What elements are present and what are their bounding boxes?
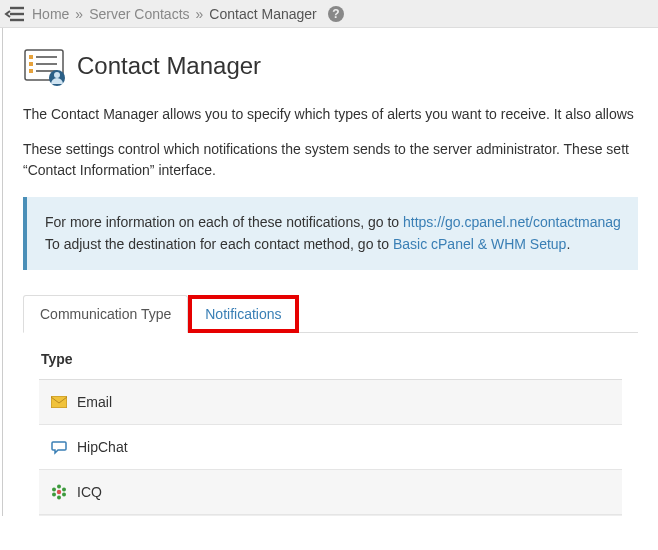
- breadcrumb-server-contacts[interactable]: Server Contacts: [89, 6, 189, 22]
- tab-communication-type[interactable]: Communication Type: [23, 295, 188, 333]
- tab-bar: Communication Type Notifications: [23, 294, 638, 333]
- help-icon[interactable]: ?: [327, 5, 345, 23]
- svg-rect-7: [29, 62, 33, 66]
- top-bar: Home » Server Contacts » Contact Manager…: [0, 0, 658, 28]
- info-box: For more information on each of these no…: [23, 197, 638, 270]
- info-text: .: [566, 236, 570, 252]
- breadcrumb-sep: »: [75, 6, 83, 22]
- contact-manager-icon: [23, 46, 67, 86]
- svg-text:?: ?: [332, 7, 339, 21]
- info-link-docs[interactable]: https://go.cpanel.net/contactmanag: [403, 214, 620, 230]
- breadcrumb-current: Contact Manager: [209, 6, 316, 22]
- table-row: ICQ: [39, 470, 622, 515]
- table-row: HipChat: [39, 425, 622, 470]
- svg-rect-14: [51, 396, 67, 408]
- intro-paragraph-2: These settings control which notificatio…: [23, 139, 638, 181]
- breadcrumb: Home » Server Contacts » Contact Manager…: [32, 5, 345, 23]
- row-label: ICQ: [77, 484, 102, 500]
- svg-point-20: [52, 492, 56, 496]
- svg-point-16: [57, 484, 61, 488]
- column-header-type: Type: [39, 351, 622, 380]
- svg-point-19: [57, 495, 61, 499]
- intro-paragraph-1: The Contact Manager allows you to specif…: [23, 104, 638, 125]
- info-text: For more information on each of these no…: [45, 214, 403, 230]
- info-link-basic-setup[interactable]: Basic cPanel & WHM Setup: [393, 236, 567, 252]
- tab-notifications[interactable]: Notifications: [188, 295, 298, 333]
- hipchat-icon: [51, 439, 67, 455]
- icq-icon: [51, 484, 67, 500]
- row-label: Email: [77, 394, 112, 410]
- breadcrumb-sep: »: [196, 6, 204, 22]
- svg-point-13: [54, 72, 60, 78]
- table-footer-sep: [39, 515, 622, 516]
- breadcrumb-home[interactable]: Home: [32, 6, 69, 22]
- svg-point-17: [62, 487, 66, 491]
- svg-rect-6: [29, 55, 33, 59]
- menu-icon[interactable]: [4, 5, 26, 23]
- intro-text: The Contact Manager allows you to specif…: [23, 104, 638, 181]
- page-title: Contact Manager: [77, 52, 261, 80]
- main-content: Contact Manager The Contact Manager allo…: [2, 28, 658, 516]
- svg-rect-8: [29, 69, 33, 73]
- table-row: Email: [39, 380, 622, 425]
- svg-point-21: [52, 487, 56, 491]
- email-icon: [51, 394, 67, 410]
- communication-type-table: Type Email HipChat: [23, 351, 638, 516]
- svg-point-18: [62, 492, 66, 496]
- info-text: To adjust the destination for each conta…: [45, 236, 393, 252]
- row-label: HipChat: [77, 439, 128, 455]
- page-header: Contact Manager: [23, 46, 638, 86]
- svg-point-15: [57, 490, 61, 494]
